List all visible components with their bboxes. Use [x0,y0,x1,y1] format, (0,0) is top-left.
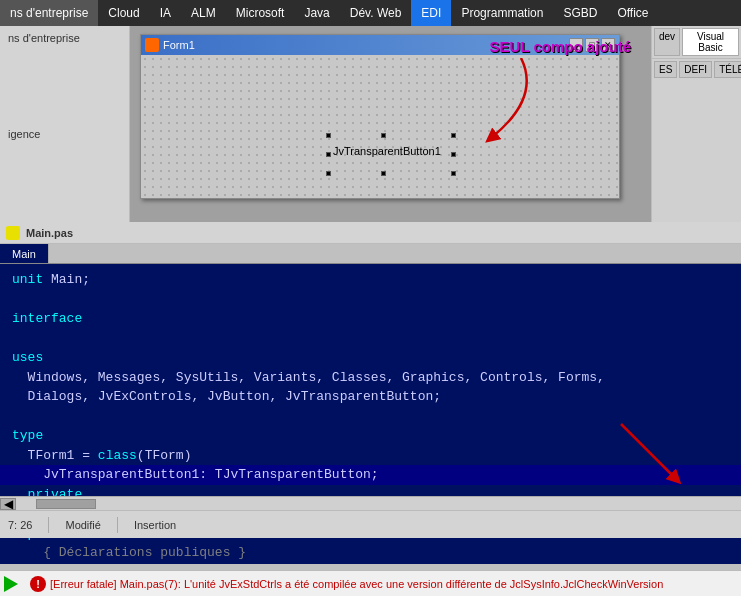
code-line-7: Dialogs, JvExControls, JvButton, JvTrans… [12,387,729,407]
sub-tab-tele[interactable]: TÉLÉ [714,61,741,78]
svg-line-2 [621,424,676,479]
component-handle-topleft [326,133,331,138]
menu-item-microsoft[interactable]: Microsoft [226,0,295,26]
main-window: ns d'entreprise Cloud IA ALM Microsoft J… [0,0,741,596]
component-handle-topmid [381,133,386,138]
code-line-15: { Déclarations publiques } [12,543,729,563]
right-tab-vb[interactable]: Visual Basic [682,28,739,56]
code-line-3: interface [12,309,729,329]
annotation: SEUL compo ajouté [490,38,631,55]
code-section: Main.pas Main unit Main; interface uses … [0,222,741,564]
menu-item-java[interactable]: Java [294,0,339,26]
error-icon: ! [30,576,46,592]
menu-item-devweb[interactable]: Dév. Web [340,0,412,26]
file-icon [6,226,20,240]
code-line-5: uses [12,348,729,368]
menu-item-office[interactable]: Office [607,0,658,26]
status-bar: 7: 26 Modifié Insertion [0,510,741,538]
code-line-2 [12,290,729,310]
code-tabs: Main [0,244,741,264]
component-label: JvTransparentButton1 [333,145,441,157]
menu-item-enterprise[interactable]: ns d'entreprise [0,0,98,26]
code-line-4 [12,329,729,349]
component-handle-botleft [326,171,331,176]
code-tab-main[interactable]: Main [0,244,49,263]
scroll-left-btn[interactable]: ◀ [0,498,16,510]
red-arrow-code [611,414,691,494]
form-title-icon [145,38,159,52]
status-modifier: Modifié [65,519,100,531]
annotation-arrow [461,58,581,148]
component-handle-midleft [326,152,331,157]
error-bar: ! [Erreur fatale] Main.pas(7): L'unité J… [0,570,741,596]
form-title: Form1 [145,38,195,52]
status-divider-2 [117,517,118,533]
sub-tab-es[interactable]: ES [654,61,677,78]
status-position: 7: 26 [8,519,32,531]
right-tab-dev[interactable]: dev [654,28,680,56]
menu-item-sgbd[interactable]: SGBD [553,0,607,26]
form-designer-area: Form1 _ □ ✕ [130,26,651,222]
annotation-text: SEUL compo ajouté [490,38,631,55]
sub-tab-defi[interactable]: DEFI [679,61,712,78]
top-section: ns d'entreprise igence Form1 _ □ [0,26,741,222]
component-handle-midright [451,152,456,157]
error-message: [Erreur fatale] Main.pas(7): L'unité JvE… [50,578,663,590]
code-line-1: unit Main; [12,270,729,290]
left-sidebar: ns d'entreprise igence [0,26,130,222]
component-handle-topright [451,133,456,138]
scroll-thumb[interactable] [36,499,96,509]
code-line-16: end; [12,563,729,565]
menu-bar: ns d'entreprise Cloud IA ALM Microsoft J… [0,0,741,26]
play-button[interactable] [4,576,18,592]
menu-item-ia[interactable]: IA [150,0,181,26]
file-name: Main.pas [26,227,73,239]
component-handle-botmid [381,171,386,176]
status-mode: Insertion [134,519,176,531]
status-divider-1 [48,517,49,533]
menu-item-alm[interactable]: ALM [181,0,226,26]
sidebar-item-igence[interactable]: igence [0,126,129,142]
code-line-6: Windows, Messages, SysUtils, Variants, C… [12,368,729,388]
menu-item-edi[interactable]: EDI [411,0,451,26]
menu-item-cloud[interactable]: Cloud [98,0,149,26]
file-header: Main.pas [0,222,741,244]
component-handle-botright [451,171,456,176]
sidebar-item-enterprise[interactable]: ns d'entreprise [0,30,129,46]
horizontal-scrollbar[interactable]: ◀ [0,496,741,510]
right-panel: dev Visual Basic ES DEFI TÉLÉ [651,26,741,222]
menu-item-programmation[interactable]: Programmation [451,0,553,26]
